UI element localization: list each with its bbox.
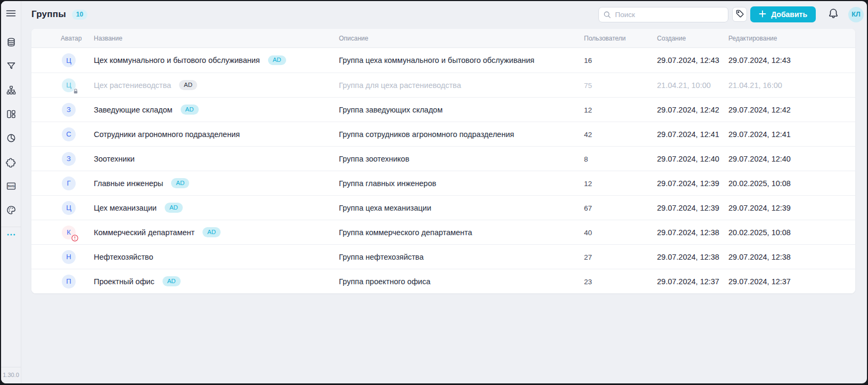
sitemap-icon	[6, 85, 16, 97]
created-date: 29.07.2024, 12:39	[657, 204, 719, 212]
users-cell: 16	[584, 55, 657, 65]
group-description: Группа коммерческого департамента	[339, 228, 472, 237]
sidebar-item-layouts[interactable]	[3, 107, 20, 124]
group-avatar: П	[62, 275, 76, 288]
app-root: SVG	[1, 1, 867, 383]
sidebar-item-filters[interactable]	[3, 59, 20, 76]
table-row[interactable]: Г Главные инженеры AD	[31, 171, 855, 195]
search-box	[598, 7, 728, 22]
description-cell: Группа зоотехников	[339, 154, 584, 164]
menu-toggle-button[interactable]	[1, 1, 21, 28]
created-cell: 29.07.2024, 12:38	[657, 228, 728, 237]
sidebar-item-database[interactable]	[3, 35, 20, 52]
avatar-initial: З	[67, 106, 71, 114]
users-count: 23	[584, 278, 592, 286]
edited-cell: 20.02.2025, 10:08	[728, 228, 855, 237]
sidebar-item-theme[interactable]	[3, 203, 20, 220]
sidebar-footer: 1.30.0	[1, 367, 21, 383]
avatar-initial: Ц	[66, 81, 71, 89]
edited-cell: 29.07.2024, 12:40	[728, 154, 855, 164]
layout-icon	[6, 109, 16, 121]
table-row[interactable]: З Заведующие складом AD	[31, 97, 855, 122]
edited-cell: 20.02.2025, 10:08	[728, 179, 855, 188]
name-cell: Цех растениеводства AD	[94, 80, 339, 90]
column-header-name: Название	[94, 35, 339, 42]
sidebar-item-charts[interactable]	[3, 131, 20, 148]
users-count: 8	[584, 155, 588, 163]
group-name: Цех коммунального и бытового обслуживани…	[94, 56, 260, 65]
lock-icon	[73, 89, 78, 94]
ad-badge: AD	[179, 80, 197, 90]
table-row[interactable]: З Зоотехники AD	[31, 146, 855, 171]
created-date: 29.07.2024, 12:37	[657, 277, 719, 286]
avatar-cell: С	[61, 127, 94, 141]
edited-date: 29.07.2024, 12:39	[728, 204, 791, 212]
edited-cell: 21.04.21, 16:00	[728, 81, 855, 90]
group-description: Группа заведующих складом	[339, 106, 443, 114]
page-title: Группы	[31, 9, 66, 20]
table-row[interactable]: К Коммерческий департамент	[31, 220, 855, 244]
group-avatar: Ц	[62, 201, 76, 215]
avatar-initial: Ц	[66, 57, 71, 65]
table-row[interactable]: Н Нефтехозяйство AD	[31, 244, 855, 269]
avatar-cell: Н	[61, 250, 94, 264]
sidebar-item-structure[interactable]	[3, 83, 20, 100]
description-cell: Группа нефтехозяйства	[339, 252, 584, 262]
group-avatar: С	[62, 127, 76, 141]
description-cell: Группа коммерческого департамента	[339, 228, 584, 237]
main-area: Группы 10	[21, 1, 867, 383]
sidebar-item-plugins[interactable]	[3, 155, 20, 172]
created-date: 29.07.2024, 12:39	[657, 179, 719, 188]
edited-cell: 29.07.2024, 12:43	[728, 55, 855, 65]
app-version: 1.30.0	[1, 367, 21, 383]
table-row[interactable]: С Сотрудники агрономного подразд	[31, 122, 855, 146]
column-header-edited: Редактирование	[728, 35, 855, 42]
avatar-cell: Ц	[61, 201, 94, 215]
group-name: Проектный офис	[94, 277, 155, 286]
menu-icon	[6, 9, 16, 20]
window-frame: SVG	[0, 0, 868, 385]
edited-cell: 29.07.2024, 12:42	[728, 105, 855, 115]
notifications-button[interactable]	[827, 7, 840, 21]
table-row[interactable]: Ц Цех растениеводства AD	[31, 73, 855, 97]
created-date: 29.07.2024, 12:42	[657, 106, 719, 114]
group-avatar: Ц	[62, 78, 76, 92]
group-description: Группа сотрудников агрономного подраздел…	[339, 130, 514, 139]
avatar-initial: Н	[66, 253, 71, 261]
more-icon	[6, 230, 16, 242]
description-cell: Группа заведующих складом	[339, 105, 584, 115]
sidebar-nav: SVG	[3, 28, 20, 227]
avatar-cell: З	[61, 103, 94, 117]
users-count: 75	[584, 82, 592, 90]
users-cell: 67	[584, 203, 657, 213]
group-description: Группа цеха механизации	[339, 204, 431, 212]
sidebar-item-more[interactable]	[3, 227, 20, 244]
table-row[interactable]: Ц Цех механизации AD	[31, 195, 855, 220]
created-date: 29.07.2024, 12:43	[657, 56, 719, 65]
description-cell: Группа цеха коммунального и бытового обс…	[339, 55, 584, 65]
search-input[interactable]	[598, 7, 728, 22]
column-header-avatar: Аватар	[61, 35, 94, 42]
sidebar-item-svg[interactable]: SVG	[3, 179, 20, 196]
created-cell: 29.07.2024, 12:38	[657, 252, 728, 262]
created-cell: 29.07.2024, 12:41	[657, 130, 728, 139]
add-button[interactable]: Добавить	[750, 6, 816, 22]
column-header-description: Описание	[339, 35, 584, 42]
name-cell: Заведующие складом AD	[94, 105, 339, 115]
avatar-cell: Г	[61, 177, 94, 190]
table-row[interactable]: П Проектный офис AD	[31, 269, 855, 293]
tags-button[interactable]	[732, 7, 747, 22]
group-description: Группа для цеха растениеводства	[339, 81, 461, 90]
user-avatar[interactable]: КЛ	[848, 7, 864, 22]
users-cell: 27	[584, 252, 657, 262]
users-count: 16	[584, 57, 592, 65]
users-cell: 75	[584, 81, 657, 90]
created-cell: 29.07.2024, 12:37	[657, 277, 728, 286]
svg-icon: SVG	[6, 181, 16, 193]
avatar-initial: С	[66, 130, 71, 138]
count-badge: 10	[72, 10, 87, 20]
group-description: Группа нефтехозяйства	[339, 253, 424, 261]
avatar-cell: З	[61, 152, 94, 166]
table-row[interactable]: Ц Цех коммунального и бытового о	[31, 48, 855, 73]
edited-date: 29.07.2024, 12:43	[728, 56, 791, 65]
